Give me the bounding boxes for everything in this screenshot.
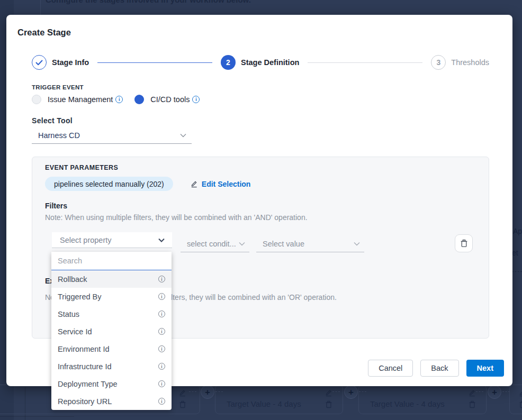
modal-footer: Cancel Back Next <box>368 360 504 377</box>
step-label: Stage Info <box>52 58 89 67</box>
filters-note: Note: When using multiple filters, they … <box>45 213 308 222</box>
backdrop-top-strip: Configure the stages involved in your wo… <box>0 0 522 15</box>
info-icon[interactable]: i <box>158 380 165 387</box>
tool-select[interactable]: Harness CD <box>32 127 192 144</box>
delete-filter-button[interactable] <box>455 234 473 252</box>
selection-pill: pipelines selected manually (202) <box>45 177 173 191</box>
property-select[interactable]: Select property <box>52 232 172 248</box>
stepper-connector <box>308 62 422 63</box>
dropdown-option-environment-id[interactable]: Environment Id i <box>51 340 172 358</box>
back-button[interactable]: Back <box>420 360 458 377</box>
stepper: Stage Info 2 Stage Definition 3 Threshol… <box>32 54 489 70</box>
property-select-placeholder: Select property <box>52 236 158 244</box>
dropdown-option-rollback[interactable]: Rollback i <box>51 270 172 288</box>
backdrop-fragment: Ap <box>513 227 522 235</box>
option-label: Service Id <box>58 327 92 336</box>
cancel-button[interactable]: Cancel <box>368 360 413 377</box>
step-label: Stage Definition <box>241 58 299 67</box>
info-icon[interactable]: i <box>158 398 165 405</box>
connector-dash <box>332 391 340 392</box>
dropdown-option-deployment-type[interactable]: Deployment Type i <box>51 375 172 392</box>
trash-icon <box>469 400 477 409</box>
edit-selection-label: Edit Selection <box>202 180 251 188</box>
backdrop-grid-line <box>0 416 74 417</box>
option-label: Deployment Type <box>58 380 118 388</box>
filters-heading: Filters <box>45 202 67 210</box>
trash-icon <box>460 239 468 248</box>
event-parameters-heading: EVENT PARAMETERS <box>45 164 118 171</box>
connector-dash <box>189 391 196 392</box>
info-icon[interactable]: i <box>192 96 200 103</box>
backdrop-heading: Configure the stages involved in your wo… <box>46 0 251 4</box>
edit-icon <box>325 389 333 397</box>
option-label: Status <box>58 310 79 318</box>
stage-card-label: Target Value - 4 days <box>227 399 301 408</box>
info-icon[interactable]: i <box>115 96 123 103</box>
info-icon[interactable]: i <box>158 328 165 335</box>
chevron-down-icon <box>239 242 245 246</box>
check-icon <box>35 60 43 66</box>
step-thresholds[interactable]: 3 Thresholds <box>431 55 489 70</box>
radio-issue-management[interactable] <box>32 95 41 104</box>
modal-title: Create Stage <box>17 28 71 38</box>
step-number: 2 <box>221 55 236 70</box>
info-icon[interactable]: i <box>158 311 165 317</box>
dimmed-stage-card <box>509 385 522 414</box>
step-complete-circle <box>32 55 47 70</box>
tool-select-value: Harness CD <box>32 131 180 140</box>
chevron-down-icon <box>354 242 360 246</box>
step-stage-definition[interactable]: 2 Stage Definition <box>221 55 299 70</box>
next-button[interactable]: Next <box>466 360 504 377</box>
stepper-connector <box>97 62 212 63</box>
search-input[interactable] <box>51 257 172 265</box>
option-label: Environment Id <box>58 345 110 353</box>
trash-icon <box>519 400 522 409</box>
chevron-down-icon <box>158 238 165 242</box>
chevron-down-icon <box>180 133 186 138</box>
select-tool-label: Select Tool <box>32 116 73 125</box>
info-icon[interactable]: i <box>158 345 165 352</box>
backdrop-divider <box>40 0 41 15</box>
info-icon[interactable]: i <box>158 363 165 370</box>
trigger-event-label: TRIGGER EVENT <box>32 84 84 90</box>
property-dropdown: Rollback i Triggered By i Status i Servi… <box>51 252 172 410</box>
radio-label: CI/CD tools <box>150 95 190 104</box>
dropdown-option-triggered-by[interactable]: Triggered By i <box>51 288 172 305</box>
edit-icon <box>518 389 522 397</box>
option-label: Triggered By <box>58 293 101 301</box>
trash-icon <box>179 400 187 409</box>
condition-select-placeholder: select condit... <box>181 240 239 248</box>
option-label: Repository URL <box>58 397 112 406</box>
value-select[interactable]: Select value <box>256 235 364 252</box>
connector-dash <box>476 391 483 392</box>
dropdown-option-service-id[interactable]: Service Id i <box>51 323 172 340</box>
add-stage-button: + <box>488 385 501 399</box>
dropdown-search <box>51 252 172 270</box>
info-icon[interactable]: i <box>158 293 165 300</box>
condition-select[interactable]: select condit... <box>181 235 249 252</box>
edit-icon <box>178 389 187 397</box>
backdrop-dashed-line <box>512 271 522 272</box>
dropdown-option-status[interactable]: Status i <box>51 305 172 323</box>
step-number: 3 <box>431 55 446 70</box>
edit-icon <box>190 180 198 188</box>
trigger-event-options: Issue Management i CI/CD tools i <box>32 94 200 105</box>
dropdown-option-infrastructure-id[interactable]: Infrastructure Id i <box>51 358 172 375</box>
backdrop-fragment: et <box>512 249 518 257</box>
dimmed-stage-card: Target Value - 4 days <box>358 385 487 414</box>
step-stage-info[interactable]: Stage Info <box>32 55 89 70</box>
dropdown-option-repository-url[interactable]: Repository URL i <box>51 392 172 410</box>
connector-dash <box>502 391 510 392</box>
option-label: Rollback <box>58 275 87 284</box>
trash-icon <box>325 400 334 409</box>
radio-cicd-tools[interactable] <box>134 95 144 104</box>
edit-icon <box>468 389 476 397</box>
step-label: Thresholds <box>451 58 489 67</box>
dimmed-stage-card: Target Value - 4 days <box>215 385 343 414</box>
edit-selection-link[interactable]: Edit Selection <box>190 180 251 188</box>
stage-card-label: Target Value - 4 days <box>370 399 445 408</box>
add-stage-button: + <box>201 385 214 399</box>
option-label: Infrastructure Id <box>58 362 112 371</box>
info-icon[interactable]: i <box>158 276 165 282</box>
radio-label: Issue Management <box>48 95 113 104</box>
